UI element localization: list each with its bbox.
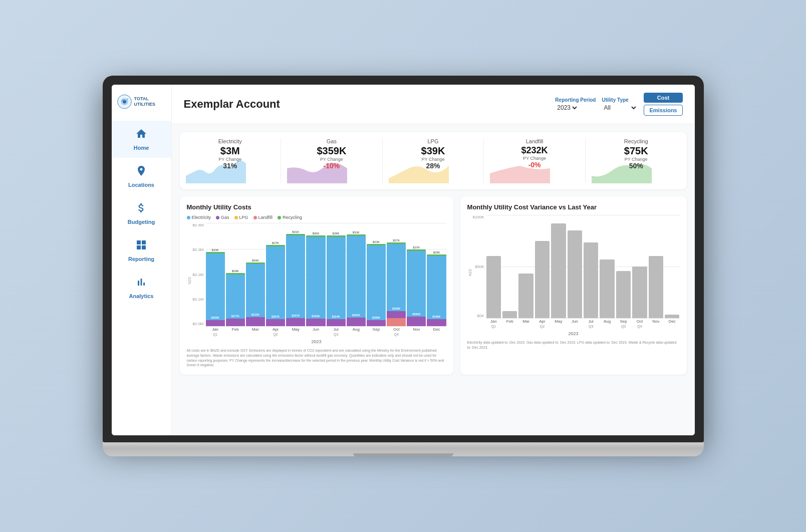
var-y-100k: $100K [472,215,484,219]
electricity-change-label: PY Change [218,157,241,162]
x-label-jan: JanQ1 [206,326,225,338]
sidebar-item-home[interactable]: Home [112,121,171,158]
x-label-feb: Feb- [226,326,245,338]
sidebar: Total Utilities Home [112,85,172,435]
variance-bar-jun [568,230,582,318]
utility-type-select[interactable]: All Electricity Gas [602,104,638,112]
variance-bar-feb [502,311,517,318]
landfill-amount: $232K [521,145,548,156]
lpg-title: LPG [427,138,438,144]
variance-footnote: Electricity data updated to: Dec 2023. G… [467,340,680,350]
variance-bar-nov [649,256,663,318]
sidebar-item-budgeting[interactable]: Budgeting [112,195,171,232]
bar-group-oct: $27K$266K [387,223,406,326]
recycling-change-label: PY Change [625,157,648,162]
x-label-nov: Nov- [407,326,426,338]
legend-gas: Gas [216,215,229,220]
x-label-sep: Sep- [367,326,386,338]
variance-bar-oct [632,267,647,318]
electricity-amount: $3M [220,145,240,157]
reporting-period-select[interactable]: 2023 2022 2021 [555,104,596,112]
variance-bar-dec [665,315,679,318]
lpg-card: LPG $39K PY Change 28% [389,138,478,183]
bar-group-nov: $37K$260K [407,223,426,326]
bar-group-mar: $34K$212K [246,223,265,326]
legend-lpg: LPG [234,215,248,220]
variance-bar-aug [600,259,614,318]
electricity-legend-label: Electricity [192,215,211,220]
chart-legend: Electricity Gas LPG [187,215,446,220]
budgeting-icon [135,202,147,217]
legend-landfill: Landfill [253,215,273,220]
sidebar-item-reporting[interactable]: Reporting [112,232,171,269]
utility-type-dropdown[interactable]: All Electricity Gas [602,104,638,112]
y-label-02: $0.2M [192,273,203,277]
lpg-legend-label: LPG [239,215,248,220]
bar-group-sep: $23K$295K [367,223,386,326]
electricity-title: Electricity [218,138,242,144]
legend-electricity: Electricity [187,215,211,220]
gas-legend-label: Gas [221,215,229,220]
x-label-jun: Jun- [306,326,325,338]
monthly-costs-chart-card: Monthly Utility Costs Electricity Gas [180,196,453,375]
bar-group-jun: $30K$322K [306,223,325,326]
reporting-period-filter: Reporting Period 2023 2022 2021 [555,97,596,112]
landfill-change-value: -0% [528,161,541,169]
x-label-jul: JulQ3 [327,326,346,338]
emissions-button[interactable]: Emissions [644,105,682,116]
charts-row: Monthly Utility Costs Electricity Gas [180,196,687,375]
header-controls: Reporting Period 2023 2022 2021 [555,93,682,116]
landfill-legend-dot [253,216,257,219]
y-label-03: $0.3M [192,247,203,252]
gas-change-value: -10% [324,162,340,170]
main-content: Exemplar Account Reporting Period 2023 2… [172,85,695,435]
monthly-costs-footnote: All costs are in $NZD and exclude GST. E… [187,348,446,368]
reporting-period-label: Reporting Period [555,97,596,103]
bar-group-dec: $28K$249K [427,223,446,326]
monthly-costs-title: Monthly Utility Costs [187,203,446,211]
x-label-apr: AprQ2 [266,326,285,338]
utility-type-filter: Utility Type All Electricity Gas [602,97,638,112]
variance-bar-mar [518,274,533,318]
utility-type-label: Utility Type [602,97,638,103]
legend-recycling: Recycling [278,215,302,220]
summary-cards: Electricity $3M PY Change 31% Gas [180,132,687,189]
variance-bar-jul [584,242,598,318]
gas-card: Gas $359K PY Change -10% [287,138,376,183]
recycling-change-value: 50% [629,162,643,170]
laptop-outer: Total Utilities Home [103,76,704,456]
header: Exemplar Account Reporting Period 2023 2… [172,85,695,124]
landfill-legend-label: Landfill [258,215,273,220]
logo-area: Total Utilities [112,93,171,111]
landfill-card: Landfill $232K PY Change -0% [490,138,579,183]
bar-group-may: $31K$327K [286,223,305,326]
sidebar-item-locations[interactable]: Locations [112,158,171,195]
analytics-icon [135,276,147,291]
recycling-legend-label: Recycling [283,215,302,220]
bar-group-aug: $33K$323K [347,223,366,326]
home-icon [135,128,147,143]
sidebar-item-analytics[interactable]: Analytics [112,269,171,306]
variance-bar-may [551,223,566,318]
x-label-oct: OctQ4 [387,326,406,338]
electricity-card: Electricity $3M PY Change 31% [186,138,275,183]
lpg-amount: $39K [421,145,445,157]
var-y-50k: $50K [475,264,484,269]
variance-bar-sep [616,271,631,318]
cost-button[interactable]: Cost [644,93,682,103]
reporting-period-dropdown[interactable]: 2023 2022 2021 [555,104,579,112]
sidebar-locations-label: Locations [128,182,154,188]
x-label-dec: Dec- [427,326,446,338]
page-title: Exemplar Account [184,98,280,111]
gas-amount: $359K [317,145,346,157]
laptop-base [103,442,704,456]
sidebar-analytics-label: Analytics [129,293,154,299]
recycling-card: Recycling $75K PY Change 50% [592,138,681,183]
x-label-aug: Aug- [347,326,366,338]
sidebar-reporting-label: Reporting [128,256,154,262]
lpg-change-label: PY Change [422,157,445,162]
variance-bar-apr [535,241,550,319]
var-y-axis-title: NZD [468,269,471,276]
y-label-01: $0.1M [192,297,203,302]
x-label-may: May- [286,326,305,338]
